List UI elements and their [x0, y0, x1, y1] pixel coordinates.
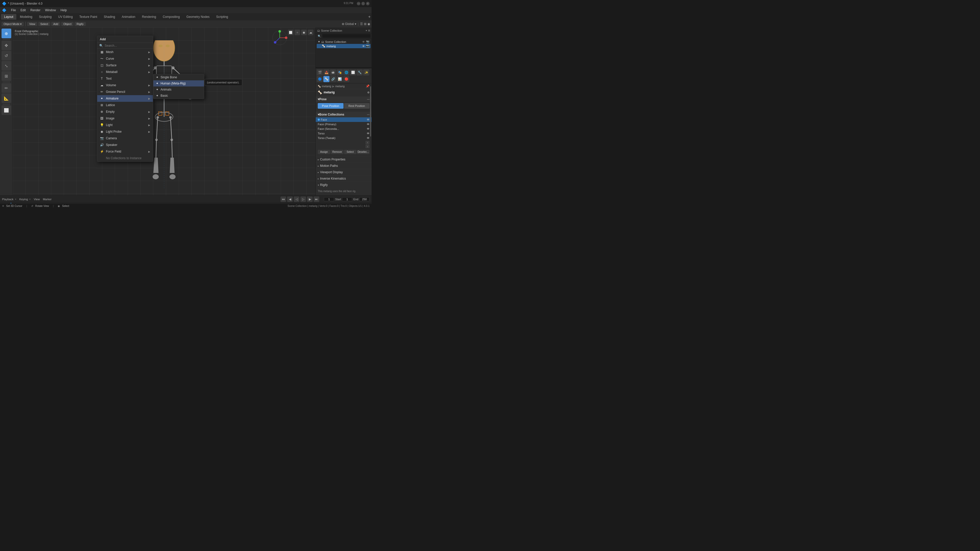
viewport-shading-rendered[interactable]: ◉ — [301, 30, 307, 35]
submenu-animals[interactable]: ✦ Animals — [153, 86, 204, 93]
face-secondary-eye[interactable]: 👁 — [367, 127, 369, 130]
bone-collection-face[interactable]: Face 👁 — [316, 118, 372, 122]
bone-collection-face-secondary[interactable]: Face (Seconda... 👁 — [316, 127, 372, 131]
bone-collection-torso[interactable]: Torso 👁 — [316, 131, 372, 136]
face-eye[interactable]: 👁 — [367, 118, 369, 121]
bone-collections-header[interactable]: ▾ Bone Collections — — [316, 112, 372, 118]
add-menu-text[interactable]: T Text — [97, 75, 153, 82]
jump-end-btn[interactable]: ⏭ — [313, 197, 319, 202]
prop-data-icon[interactable]: 📊 — [337, 76, 343, 82]
add-menu-search-input[interactable] — [105, 44, 151, 48]
remove-btn[interactable]: Remove — [331, 150, 343, 154]
tab-geometry-nodes[interactable]: Geometry Nodes — [183, 14, 213, 20]
torso-tweak-eye[interactable]: 👁 — [367, 137, 369, 140]
pin-icon[interactable]: 📌 — [366, 84, 369, 88]
prop-particles-icon[interactable]: ✨ — [363, 69, 369, 76]
annotate-tool[interactable]: ✏ — [2, 83, 11, 93]
play-btn[interactable]: ▷ — [301, 197, 306, 202]
add-menu-empty[interactable]: ⊕ Empty ▶ — [97, 108, 153, 115]
minimize-button[interactable]: — — [357, 2, 360, 5]
rest-position-btn[interactable]: Rest Position — [344, 103, 370, 109]
filter-icon[interactable]: 🔍 — [317, 35, 322, 38]
breadcrumb-item1[interactable]: metarig — [322, 85, 331, 88]
move-tool[interactable]: ✥ — [2, 41, 11, 50]
keying-menu[interactable]: Keying — [19, 198, 28, 201]
prop-object-icon[interactable]: ⬜ — [350, 69, 356, 76]
move-up-btn[interactable]: ↑ — [366, 141, 369, 144]
add-menu-surface[interactable]: ◫ Surface ▶ — [97, 62, 153, 68]
menu-help[interactable]: Help — [59, 8, 69, 13]
tab-modeling[interactable]: Modeling — [17, 14, 35, 20]
menu-window[interactable]: Window — [43, 8, 58, 13]
submenu-single-bone[interactable]: ✦ Single Bone — [153, 74, 204, 80]
viewport-shading-material[interactable]: ○ — [294, 30, 300, 35]
bone-collection-torso-tweak[interactable]: Torso (Tweak) 👁 — [316, 136, 372, 140]
toolbar-view[interactable]: View — [27, 22, 37, 26]
collection-scrollbar[interactable] — [370, 86, 371, 137]
inverse-kinematics-header[interactable]: ▸ Inverse Kinematics — [316, 176, 372, 182]
custom-properties-header[interactable]: ▸ Custom Properties — [316, 156, 372, 162]
prop-constraint-icon[interactable]: 🔗 — [330, 76, 336, 82]
tab-scripting[interactable]: Scripting — [213, 14, 231, 20]
submenu-basic[interactable]: ✦ Basic — [153, 93, 204, 99]
prop-material-icon[interactable]: 🔴 — [343, 76, 349, 82]
tab-shading[interactable]: Shading — [101, 14, 118, 20]
toolbar-object[interactable]: Object — [61, 22, 73, 26]
select-btn[interactable]: Select — [344, 150, 356, 154]
scene-collection-eye[interactable]: 👁 — [362, 40, 365, 43]
pose-position-btn[interactable]: Pose Position — [318, 103, 344, 109]
add-menu-camera[interactable]: 📷 Camera — [97, 135, 153, 141]
prop-render-icon[interactable]: 🎬 — [317, 69, 323, 76]
toolbar-rigify[interactable]: Rigify — [75, 22, 86, 26]
tab-rendering[interactable]: Rendering — [139, 14, 159, 20]
toolbar-add[interactable]: Add — [51, 22, 60, 26]
viewport-nav-gizmo[interactable]: X Z — [272, 30, 287, 46]
viewport[interactable]: Front Orthographic (1) Scene Collection … — [13, 27, 315, 195]
menu-render[interactable]: Render — [28, 8, 42, 13]
prev-frame-btn[interactable]: ◀ — [287, 197, 293, 202]
add-menu-force-field[interactable]: ⚡ Force Field ▶ — [97, 148, 153, 155]
bone-collections-settings[interactable]: — — [367, 113, 369, 116]
add-workspace[interactable]: + — [368, 14, 371, 19]
prop-settings-icon[interactable]: ⚙ — [367, 91, 369, 94]
current-frame-input[interactable] — [324, 197, 334, 201]
tab-compositing[interactable]: Compositing — [160, 14, 183, 20]
tab-uv-editing[interactable]: UV Editing — [55, 14, 76, 20]
prop-scene-icon[interactable]: 🎭 — [337, 69, 343, 76]
metarig-eye[interactable]: 👁 — [362, 44, 365, 48]
maximize-button[interactable]: □ — [361, 2, 365, 5]
metarig-camera[interactable]: 📷 — [366, 44, 369, 48]
rigify-header[interactable]: ▾ Rigify — [316, 182, 372, 188]
add-menu-armature[interactable]: ✦ Armature ▶ — [97, 95, 153, 102]
viewport-display-header[interactable]: ▸ Viewport Display — [316, 169, 372, 175]
prop-bone-icon[interactable]: 🦴 — [323, 76, 329, 82]
add-menu-curve[interactable]: 〜 Curve ▶ — [97, 56, 153, 62]
add-menu-speaker[interactable]: 🔊 Speaker — [97, 141, 153, 148]
end-frame-input[interactable] — [360, 197, 369, 201]
prop-modifier-icon[interactable]: 🔧 — [356, 69, 363, 76]
overlay-controls[interactable]: ☰ — [360, 22, 363, 26]
outliner-search[interactable] — [322, 34, 371, 38]
add-menu-light-probe[interactable]: ◉ Light Probe ▶ — [97, 128, 153, 135]
marker-menu[interactable]: Marker — [43, 198, 52, 201]
outliner-sync[interactable]: ⊞ — [368, 29, 370, 32]
prop-world-icon[interactable]: 🌐 — [343, 69, 349, 76]
torso-eye[interactable]: 👁 — [367, 132, 369, 135]
scale-tool[interactable]: ⤡ — [2, 61, 11, 71]
tab-animation[interactable]: Animation — [119, 14, 138, 20]
viewport-overlay-toggle[interactable]: ☁ — [308, 30, 313, 35]
pose-section-header[interactable]: ▾ Pose — — [316, 97, 372, 102]
viewport-shading-solid[interactable]: ⬜ — [288, 30, 293, 35]
outliner-metarig[interactable]: 🦴 metarig 👁 📷 — [317, 44, 371, 48]
add-cube-tool[interactable]: ⬜ — [2, 105, 11, 115]
tab-texture-paint[interactable]: Texture Paint — [76, 14, 100, 20]
snap-controls[interactable]: ⊞ — [364, 22, 366, 26]
pose-settings[interactable]: — — [367, 98, 369, 101]
bone-collection-face-primary[interactable]: Face (Primary) 👁 — [316, 122, 372, 127]
playback-menu[interactable]: Playback — [2, 198, 14, 201]
measure-tool[interactable]: 📐 — [2, 94, 11, 103]
add-menu-light[interactable]: 💡 Light ▶ — [97, 122, 153, 128]
play-reverse-btn[interactable]: ◁ — [294, 197, 299, 202]
next-frame-btn[interactable]: ▶ — [307, 197, 313, 202]
prop-output-icon[interactable]: 📤 — [323, 69, 329, 76]
